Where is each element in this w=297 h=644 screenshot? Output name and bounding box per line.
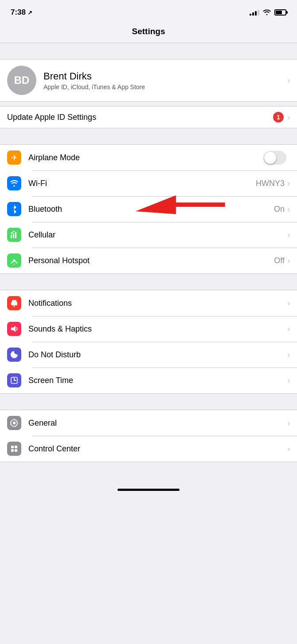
general-icon xyxy=(7,416,21,430)
sounds-haptics-row[interactable]: Sounds & Haptics › xyxy=(0,316,297,342)
screen-time-row[interactable]: Screen Time › xyxy=(0,367,297,393)
wifi-settings-icon xyxy=(7,176,21,190)
personal-hotspot-row[interactable]: Personal Hotspot Off › xyxy=(0,248,297,273)
do-not-disturb-label: Do Not Disturb xyxy=(28,350,287,360)
status-icons xyxy=(250,9,286,16)
notifications-chevron: › xyxy=(287,299,290,308)
cellular-row[interactable]: Cellular › xyxy=(0,222,297,248)
airplane-mode-icon: ✈ xyxy=(7,150,21,165)
notifications-icon xyxy=(7,296,21,310)
control-center-row[interactable]: Control Center › xyxy=(0,436,297,462)
do-not-disturb-icon xyxy=(7,348,21,362)
control-center-chevron: › xyxy=(287,444,290,454)
status-time: 7:38 ↗ xyxy=(11,8,32,17)
notifications-section: Notifications › Sounds & Haptics › Do No… xyxy=(0,290,297,394)
wifi-value: HWNY3 xyxy=(256,179,285,188)
signal-icon xyxy=(250,9,259,16)
profile-name: Brent Dirks xyxy=(43,71,287,82)
sounds-haptics-icon xyxy=(7,322,21,336)
screen-time-chevron: › xyxy=(287,376,290,385)
personal-hotspot-label: Personal Hotspot xyxy=(28,256,274,265)
do-not-disturb-row[interactable]: Do Not Disturb › xyxy=(0,342,297,367)
wifi-label: Wi-Fi xyxy=(28,179,256,188)
bluetooth-value: On xyxy=(274,205,285,214)
profile-subtitle: Apple ID, iCloud, iTunes & App Store xyxy=(43,83,287,91)
svg-rect-16 xyxy=(11,446,14,448)
personal-hotspot-value: Off xyxy=(274,256,285,265)
update-badge: 1 xyxy=(273,112,284,122)
wifi-icon xyxy=(263,9,271,16)
wifi-chevron: › xyxy=(287,179,290,188)
location-icon: ↗ xyxy=(27,9,32,16)
screen-time-label: Screen Time xyxy=(28,376,287,385)
general-section: General › Control Center › xyxy=(0,410,297,462)
time-display: 7:38 xyxy=(11,8,26,17)
general-row[interactable]: General › xyxy=(0,410,297,436)
do-not-disturb-chevron: › xyxy=(287,350,290,360)
svg-point-15 xyxy=(13,422,16,424)
update-apple-id-label: Update Apple ID Settings xyxy=(7,113,273,122)
control-center-label: Control Center xyxy=(28,444,287,454)
personal-hotspot-chevron: › xyxy=(287,256,290,265)
bluetooth-icon xyxy=(7,202,21,216)
general-label: General xyxy=(28,419,287,428)
svg-marker-12 xyxy=(11,326,16,332)
svg-rect-17 xyxy=(15,446,17,448)
svg-point-5 xyxy=(14,264,15,265)
svg-rect-1 xyxy=(13,233,14,238)
svg-rect-0 xyxy=(11,235,12,238)
notifications-row[interactable]: Notifications › xyxy=(0,290,297,316)
screen-time-icon xyxy=(7,373,21,387)
page-title: Settings xyxy=(0,22,297,43)
personal-hotspot-icon xyxy=(7,253,21,268)
wifi-row[interactable]: Wi-Fi HWNY3 › xyxy=(0,170,297,196)
svg-rect-19 xyxy=(15,449,17,452)
battery-icon xyxy=(274,9,286,16)
sounds-haptics-label: Sounds & Haptics xyxy=(28,324,287,334)
airplane-mode-label: Airplane Mode xyxy=(28,153,263,162)
svg-point-11 xyxy=(14,300,15,301)
cellular-label: Cellular xyxy=(28,230,287,240)
svg-rect-18 xyxy=(11,449,14,452)
airplane-mode-row[interactable]: ✈ Airplane Mode xyxy=(0,145,297,170)
update-chevron: › xyxy=(287,113,290,122)
profile-row[interactable]: BD Brent Dirks Apple ID, iCloud, iTunes … xyxy=(0,59,297,102)
notifications-label: Notifications xyxy=(28,299,287,308)
cellular-chevron: › xyxy=(287,230,290,240)
general-chevron: › xyxy=(287,419,290,428)
status-bar: 7:38 ↗ xyxy=(0,0,297,22)
airplane-mode-toggle[interactable] xyxy=(263,151,286,165)
cellular-icon xyxy=(7,228,21,242)
avatar: BD xyxy=(7,66,36,95)
bluetooth-chevron: › xyxy=(287,205,290,214)
update-apple-id-row[interactable]: Update Apple ID Settings 1 › xyxy=(0,106,297,128)
bluetooth-row[interactable]: Bluetooth On › xyxy=(0,196,297,222)
control-center-icon xyxy=(7,442,21,456)
bluetooth-label: Bluetooth xyxy=(28,205,274,214)
connectivity-section: ✈ Airplane Mode Wi-Fi HWNY3 › Bluetooth … xyxy=(0,144,297,274)
svg-point-9 xyxy=(14,306,15,307)
profile-chevron: › xyxy=(287,76,290,85)
sounds-haptics-chevron: › xyxy=(287,324,290,334)
svg-rect-10 xyxy=(11,302,17,305)
